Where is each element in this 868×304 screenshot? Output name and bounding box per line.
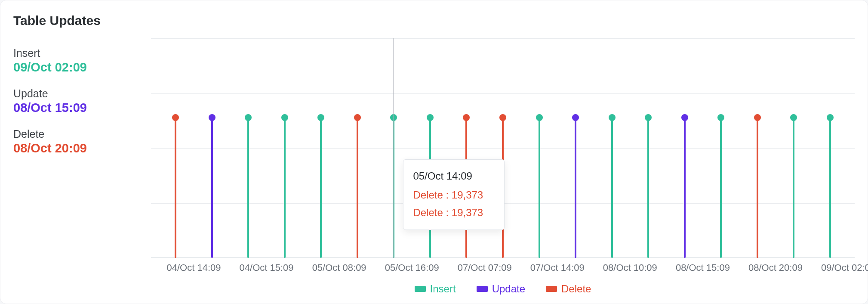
chart-point[interactable] [502, 118, 504, 258]
x-tick: 04/Oct 14:09 [167, 262, 221, 273]
chart-legend: Insert Update Delete [151, 283, 855, 295]
tooltip-line: Delete : 19,373 [413, 204, 495, 222]
summary-update-label: Update [13, 87, 125, 100]
chart-point[interactable] [684, 118, 686, 258]
summary-insert-value: 09/Oct 02:09 [13, 60, 125, 74]
chart-point[interactable] [720, 118, 722, 258]
summary-delete-value: 08/Oct 20:09 [13, 141, 125, 155]
x-tick: 08/Oct 15:09 [676, 262, 730, 273]
summary-update-value: 08/Oct 15:09 [13, 101, 125, 115]
chart-point[interactable] [575, 118, 576, 258]
chart-tooltip: 05/Oct 14:09Delete : 19,373Delete : 19,3… [403, 159, 505, 230]
table-updates-card: Table Updates Insert 09/Oct 02:09 Update… [0, 0, 868, 304]
chart-plot-area[interactable]: 05/Oct 14:09Delete : 19,373Delete : 19,3… [151, 38, 855, 258]
legend-insert[interactable]: Insert [415, 283, 456, 295]
summary-delete: Delete 08/Oct 20:09 [13, 128, 125, 155]
x-tick: 04/Oct 15:09 [240, 262, 294, 273]
summary-insert: Insert 09/Oct 02:09 [13, 47, 125, 74]
x-tick: 05/Oct 16:09 [385, 262, 439, 273]
x-tick: 08/Oct 10:09 [603, 262, 657, 273]
legend-delete-label: Delete [561, 283, 591, 295]
x-tick: 08/Oct 20:09 [748, 262, 803, 273]
chart-point[interactable] [211, 118, 213, 258]
chart-container: 05/Oct 14:09Delete : 19,373Delete : 19,3… [151, 38, 855, 295]
chart-x-axis: 04/Oct 14:0904/Oct 15:0905/Oct 08:0905/O… [151, 262, 855, 277]
chart-point[interactable] [357, 118, 358, 258]
legend-delete[interactable]: Delete [546, 283, 591, 295]
summary-update: Update 08/Oct 15:09 [13, 87, 125, 115]
chart-point[interactable] [539, 118, 540, 258]
tooltip-line: Delete : 19,373 [413, 186, 495, 204]
chart-point[interactable] [465, 118, 467, 258]
legend-update-swatch [477, 286, 488, 292]
chart-point[interactable] [393, 118, 394, 258]
chart-point[interactable] [284, 118, 286, 258]
chart-point[interactable] [793, 118, 794, 258]
legend-insert-label: Insert [430, 283, 456, 295]
chart-point[interactable] [757, 118, 758, 258]
card-body: Insert 09/Oct 02:09 Update 08/Oct 15:09 … [13, 38, 855, 295]
summary-delete-label: Delete [13, 128, 125, 140]
legend-insert-swatch [415, 286, 426, 292]
x-tick: 09/Oct 02:09 [821, 262, 868, 273]
x-tick: 07/Oct 07:09 [458, 262, 512, 273]
chart-point[interactable] [647, 118, 649, 258]
x-tick: 05/Oct 08:09 [312, 262, 366, 273]
summary-panel: Insert 09/Oct 02:09 Update 08/Oct 15:09 … [13, 38, 125, 295]
summary-insert-label: Insert [13, 47, 125, 59]
chart-point[interactable] [320, 118, 322, 258]
legend-update[interactable]: Update [477, 283, 525, 295]
x-tick: 07/Oct 14:09 [530, 262, 585, 273]
legend-delete-swatch [546, 286, 557, 292]
page-title: Table Updates [13, 13, 855, 28]
chart-point[interactable] [247, 118, 249, 258]
tooltip-title: 05/Oct 14:09 [413, 168, 495, 185]
legend-update-label: Update [492, 283, 525, 295]
chart-point[interactable] [429, 118, 431, 258]
chart-point[interactable] [829, 118, 831, 258]
chart-point[interactable] [611, 118, 613, 258]
chart-point[interactable] [175, 118, 176, 258]
